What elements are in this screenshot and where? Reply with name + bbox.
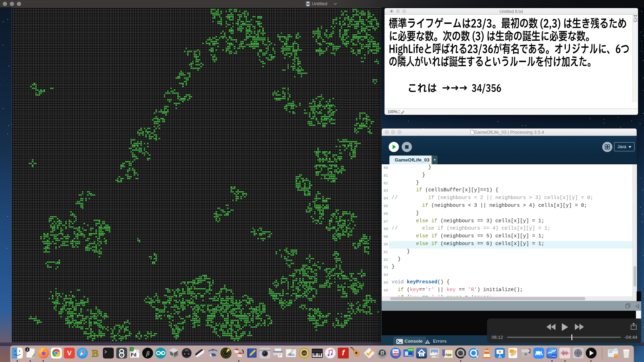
svg-text:MP3: MP3	[408, 355, 412, 357]
svg-text:App: App	[445, 353, 452, 356]
svg-text:β: β	[146, 350, 150, 357]
svg-text:Free: Free	[408, 349, 413, 351]
svg-text:J: J	[27, 348, 28, 351]
svg-text:V: V	[67, 349, 72, 357]
svg-text:G: G	[420, 353, 423, 357]
svg-text:Tube: Tube	[393, 354, 398, 356]
svg-text:Pd: Pd	[131, 352, 137, 357]
svg-text:B: B	[92, 347, 99, 359]
svg-text:You: You	[393, 350, 398, 353]
svg-text:100: 100	[302, 352, 307, 355]
svg-text:intel: intel	[552, 355, 556, 357]
